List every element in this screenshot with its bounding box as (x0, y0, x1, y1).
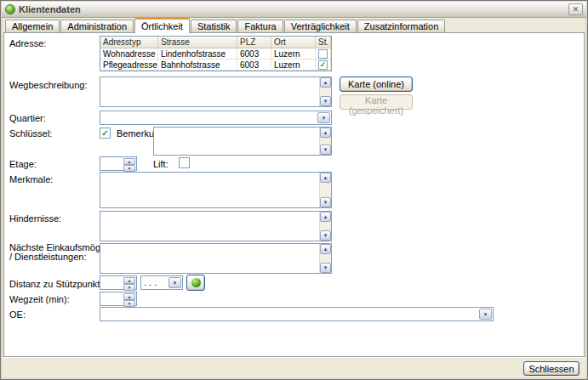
scrollbar[interactable]: ▲ ▼ (319, 77, 331, 106)
spin-down-icon[interactable]: ▼ (123, 284, 135, 291)
spin-down-icon[interactable]: ▼ (123, 300, 135, 307)
distanz-unit-dropdown[interactable]: . . . ▼ (140, 275, 183, 290)
karte-gespeichert-button[interactable]: Karte (gespeichert) (340, 94, 413, 110)
scroll-down-icon[interactable]: ▼ (320, 145, 331, 155)
cell-strasse: Bahnhofstrasse (158, 60, 237, 70)
scroll-down-icon[interactable]: ▼ (320, 197, 331, 207)
window-title: Klientendaten (19, 4, 81, 14)
oe-dropdown[interactable]: ▼ (100, 307, 494, 321)
table-row[interactable]: Wohnadresse Lindenhofstrasse 6003 Luzern (100, 48, 331, 60)
merkmale-textarea[interactable]: ▲ ▼ (100, 172, 332, 208)
wegzeit-spinner[interactable]: ▲ ▼ (100, 292, 137, 306)
quartier-dropdown[interactable]: ▼ (100, 111, 332, 125)
cell-strasse: Lindenhofstrasse (158, 48, 237, 59)
spin-up-icon[interactable]: ▲ (123, 158, 135, 165)
textarea-content (102, 173, 317, 207)
cell-adresstyp: Pflegeadresse (100, 60, 158, 70)
cell-plz: 6003 (237, 60, 271, 70)
title-bar[interactable]: Klientendaten ✕ (2, 2, 586, 18)
scroll-up-icon[interactable]: ▲ (320, 128, 331, 138)
textarea-content (102, 78, 317, 105)
scrollbar[interactable]: ▲ ▼ (319, 128, 331, 155)
st-checkbox[interactable] (318, 49, 328, 59)
scroll-up-icon[interactable]: ▲ (320, 212, 331, 222)
tab-strip: Allgemein Administration Örtlichkeit Sta… (3, 19, 585, 32)
etage-label: Etage: (9, 159, 37, 169)
globe-icon (191, 278, 201, 287)
app-icon (5, 4, 15, 14)
scrollbar[interactable]: ▲ ▼ (319, 173, 331, 207)
chevron-down-icon[interactable]: ▼ (317, 112, 330, 123)
checkmark-icon: ✓ (319, 61, 327, 69)
tab-faktura[interactable]: Faktura (237, 20, 283, 32)
checkmark-icon: ✓ (100, 128, 110, 138)
cell-ort: Luzern (271, 60, 316, 70)
hindernisse-textarea[interactable]: ▲ ▼ (100, 211, 332, 241)
karte-online-button[interactable]: Karte (online) (340, 77, 413, 92)
chevron-down-icon[interactable]: ▼ (479, 309, 492, 320)
scroll-up-icon[interactable]: ▲ (320, 173, 331, 183)
chevron-down-icon[interactable]: ▼ (168, 277, 181, 288)
lift-checkbox[interactable] (179, 157, 190, 168)
column-header-plz[interactable]: PLZ (237, 37, 271, 48)
close-icon[interactable]: ✕ (568, 3, 583, 15)
bemerkung-textarea[interactable]: ▲ ▼ (153, 127, 332, 156)
schliessen-button[interactable]: Schliessen (523, 361, 579, 376)
cell-ort: Luzern (271, 48, 316, 59)
scroll-up-icon[interactable]: ▲ (320, 77, 331, 88)
address-table: Adresstyp Strasse PLZ Ort St. Wohnadress… (100, 36, 332, 71)
oertlichkeit-panel: Adresse: Wegbeschreibung: Quartier: Schl… (3, 32, 585, 357)
column-header-ort[interactable]: Ort (271, 37, 316, 48)
scroll-down-icon[interactable]: ▼ (320, 96, 331, 106)
route-map-button[interactable] (186, 275, 205, 291)
klientendaten-window: Klientendaten ✕ Allgemein Administration… (0, 0, 588, 380)
scroll-down-icon[interactable]: ▼ (320, 263, 331, 273)
cell-plz: 6003 (237, 48, 271, 59)
dropdown-value: . . . (144, 277, 167, 288)
oe-label: OE: (9, 309, 26, 320)
cell-st (316, 48, 331, 59)
einkauf-label-line2: / Dienstleistungen: (9, 252, 87, 262)
spin-up-icon[interactable]: ▲ (123, 277, 135, 284)
wegbeschreibung-label: Wegbeschreibung: (9, 80, 88, 90)
tab-administration[interactable]: Administration (60, 20, 134, 32)
column-header-st[interactable]: St. (316, 37, 331, 48)
footer-bar: Schliessen (2, 356, 586, 378)
lift-label: Lift: (153, 159, 168, 169)
textarea-content (102, 245, 317, 272)
column-header-strasse[interactable]: Strasse (158, 37, 237, 48)
wegbeschreibung-textarea[interactable]: ▲ ▼ (100, 77, 332, 107)
tab-allgemein[interactable]: Allgemein (5, 20, 60, 32)
cell-adresstyp: Wohnadresse (100, 48, 158, 59)
scroll-up-icon[interactable]: ▲ (320, 244, 331, 254)
einkauf-textarea[interactable]: ▲ ▼ (100, 243, 332, 274)
distanz-spinner[interactable]: ▲ ▼ (100, 275, 137, 290)
st-checkbox[interactable]: ✓ (318, 60, 328, 70)
tab-statistik[interactable]: Statistik (191, 20, 237, 32)
tab-zusatzinformation[interactable]: Zusatzinformation (357, 20, 445, 32)
cell-st: ✓ (316, 60, 331, 70)
adresse-label: Adresse: (9, 38, 46, 48)
scrollbar[interactable]: ▲ ▼ (319, 244, 331, 273)
spin-up-icon[interactable]: ▲ (123, 293, 135, 300)
textarea-content (156, 128, 317, 154)
tab-oertlichkeit[interactable]: Örtlichkeit (134, 18, 190, 33)
schluessel-checkbox[interactable]: ✓ (100, 128, 111, 139)
table-row[interactable]: Pflegeadresse Bahnhofstrasse 6003 Luzern… (100, 60, 331, 71)
textarea-content (102, 213, 317, 240)
tab-vertraeglichkeit[interactable]: Verträglichkeit (284, 20, 357, 32)
spin-down-icon[interactable]: ▼ (123, 165, 135, 172)
schluessel-label: Schlüssel: (9, 128, 52, 139)
etage-spinner[interactable]: ▲ ▼ (100, 156, 137, 171)
address-table-header: Adresstyp Strasse PLZ Ort St. (100, 37, 331, 48)
merkmale-label: Merkmale: (9, 174, 53, 184)
column-header-adresstyp[interactable]: Adresstyp (100, 37, 158, 48)
wegzeit-label: Wegzeit (min): (9, 294, 70, 304)
scroll-down-icon[interactable]: ▼ (320, 230, 331, 241)
quartier-label: Quartier: (9, 113, 46, 123)
hindernisse-label: Hindernisse: (9, 213, 61, 224)
scrollbar[interactable]: ▲ ▼ (319, 212, 331, 241)
